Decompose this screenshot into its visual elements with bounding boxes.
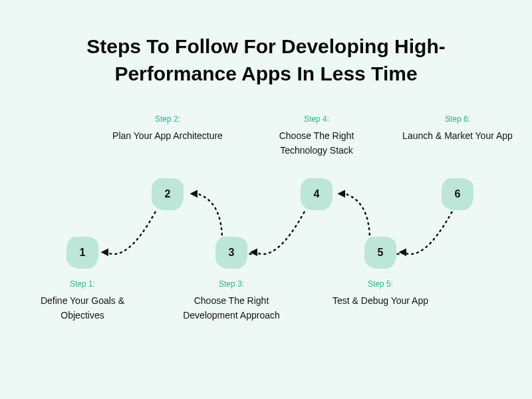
step-node-2: 2 [152, 178, 184, 210]
step-node-5: 5 [364, 237, 396, 269]
step-number: 5 [378, 247, 384, 259]
step-number: 2 [165, 188, 171, 200]
arrow-head-icon: ◀ [190, 188, 198, 198]
steps-diagram: 1 3 5 2 4 6 ◀ ◀ ◀ ◀ ◀ Step 1: Define You… [0, 106, 532, 372]
step-number: 3 [229, 247, 235, 259]
step-number: 1 [80, 247, 86, 259]
step-label-5: Step 5: Test & Debug Your App [321, 279, 440, 309]
arrow-head-icon: ◀ [250, 246, 257, 257]
arrow-head-icon: ◀ [338, 188, 345, 198]
step-label-3: Step 3: Choose The Right Development App… [172, 279, 291, 323]
step-description: Choose The Right Technology Stack [257, 129, 376, 158]
step-number: 6 [455, 188, 461, 200]
step-caption: Step 5: [321, 279, 440, 289]
arrow-head-icon: ◀ [101, 246, 108, 257]
step-description: Plan Your App Architecture [108, 129, 227, 144]
step-description: Choose The Right Development Approach [172, 294, 291, 323]
step-description: Launch & Market Your App [398, 129, 517, 144]
step-caption: Step 6: [398, 114, 517, 124]
step-label-4: Step 4: Choose The Right Technology Stac… [257, 114, 376, 158]
step-caption: Step 2: [108, 114, 227, 124]
arrow-head-icon: ◀ [399, 246, 406, 257]
step-node-4: 4 [301, 178, 332, 210]
step-label-1: Step 1: Define Your Goals & Objectives [23, 279, 142, 323]
step-description: Test & Debug Your App [321, 294, 440, 309]
step-node-3: 3 [215, 237, 247, 269]
step-caption: Step 1: [23, 279, 142, 289]
step-caption: Step 4: [257, 114, 376, 124]
page-title: Steps To Follow For Developing High-Perf… [0, 0, 532, 87]
step-description: Define Your Goals & Objectives [23, 294, 142, 323]
step-node-1: 1 [66, 237, 98, 269]
step-node-6: 6 [442, 178, 473, 210]
step-label-6: Step 6: Launch & Market Your App [398, 114, 517, 144]
step-number: 4 [314, 188, 320, 200]
step-caption: Step 3: [172, 279, 291, 289]
step-label-2: Step 2: Plan Your App Architecture [108, 114, 227, 144]
